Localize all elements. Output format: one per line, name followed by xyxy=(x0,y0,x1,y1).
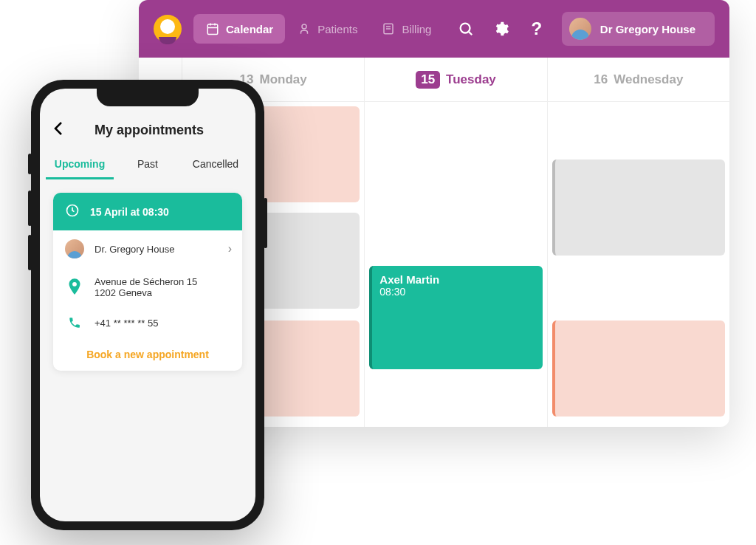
help-button[interactable]: ? xyxy=(526,18,547,39)
day-name: Monday xyxy=(260,72,307,87)
svg-rect-0 xyxy=(207,24,218,35)
event-time: 08:30 xyxy=(379,286,535,298)
location-icon xyxy=(65,278,84,296)
search-button[interactable] xyxy=(456,18,476,39)
appointment-datetime: 15 April at 08:30 xyxy=(90,206,169,218)
day-column-wednesday: 16 Wednesday xyxy=(547,58,729,427)
tab-upcoming[interactable]: Upcoming xyxy=(46,151,114,179)
address-text: Avenue de Sécheron 15 1202 Geneva xyxy=(94,276,197,298)
phone-button xyxy=(28,191,32,226)
address-line1: Avenue de Sécheron 15 xyxy=(94,276,197,287)
calendar-event[interactable] xyxy=(552,160,725,256)
phone-button xyxy=(264,198,267,248)
clock-icon xyxy=(65,203,80,220)
day-name: Wednesday xyxy=(614,72,683,87)
user-name: Dr Gregory House xyxy=(600,23,695,35)
nav-calendar-label: Calendar xyxy=(226,23,273,35)
svg-point-4 xyxy=(302,24,306,29)
svg-point-8 xyxy=(460,24,470,33)
nav-patients[interactable]: Patients xyxy=(285,14,369,44)
card-header: 15 April at 08:30 xyxy=(53,193,242,230)
event-patient-name: Axel Martin xyxy=(379,273,535,286)
svg-line-9 xyxy=(469,32,472,35)
phone-mockup: My appointments Upcoming Past Cancelled … xyxy=(31,80,264,530)
app-logo xyxy=(154,15,182,43)
back-button[interactable] xyxy=(53,120,63,140)
patients-icon xyxy=(297,21,312,36)
svg-point-11 xyxy=(72,282,77,287)
topbar: Calendar Patients Billing ? Dr Grego xyxy=(139,0,729,58)
nav-billing-label: Billing xyxy=(402,23,431,35)
doctor-avatar xyxy=(65,239,84,258)
day-header[interactable]: 15 Tuesday xyxy=(365,58,546,102)
topbar-right: ? Dr Gregory House xyxy=(456,12,715,46)
phone-icon xyxy=(65,316,84,329)
page-title: My appointments xyxy=(74,123,224,138)
doctor-name: Dr. Gregory House xyxy=(94,244,174,255)
doctor-row[interactable]: Dr. Gregory House › xyxy=(53,230,242,267)
appointment-card: 15 April at 08:30 Dr. Gregory House › Av… xyxy=(53,193,242,371)
day-name: Tuesday xyxy=(446,72,496,87)
chevron-right-icon: › xyxy=(228,242,232,256)
nav-billing[interactable]: Billing xyxy=(369,14,443,44)
phone-screen: My appointments Upcoming Past Cancelled … xyxy=(40,89,255,521)
nav-calendar[interactable]: Calendar xyxy=(193,14,285,44)
day-number: 15 xyxy=(416,71,440,89)
phone-row[interactable]: +41 ** *** ** 55 xyxy=(53,307,242,338)
day-header[interactable]: 16 Wednesday xyxy=(548,58,729,102)
tabs: Upcoming Past Cancelled xyxy=(40,151,255,179)
book-appointment-link[interactable]: Book a new appointment xyxy=(53,338,242,371)
calendar-icon xyxy=(205,21,220,36)
phone-notch xyxy=(97,89,199,106)
nav-patients-label: Patients xyxy=(317,23,357,35)
calendar-event[interactable] xyxy=(552,321,725,417)
tab-past[interactable]: Past xyxy=(114,151,182,179)
address-line2: 1202 Geneva xyxy=(94,287,197,298)
phone-button xyxy=(28,235,32,270)
calendar-event-active[interactable]: Axel Martin 08:30 xyxy=(369,266,542,369)
settings-button[interactable] xyxy=(491,18,512,39)
billing-icon xyxy=(381,21,396,36)
phone-button xyxy=(28,154,32,174)
user-avatar xyxy=(569,18,591,40)
tab-cancelled[interactable]: Cancelled xyxy=(182,151,250,179)
day-column-tuesday: 15 Tuesday Axel Martin 08:30 xyxy=(364,58,546,427)
user-menu[interactable]: Dr Gregory House xyxy=(562,12,715,46)
address-row[interactable]: Avenue de Sécheron 15 1202 Geneva xyxy=(53,267,242,307)
day-number: 16 xyxy=(594,72,608,87)
phone-number: +41 ** *** ** 55 xyxy=(94,318,158,329)
